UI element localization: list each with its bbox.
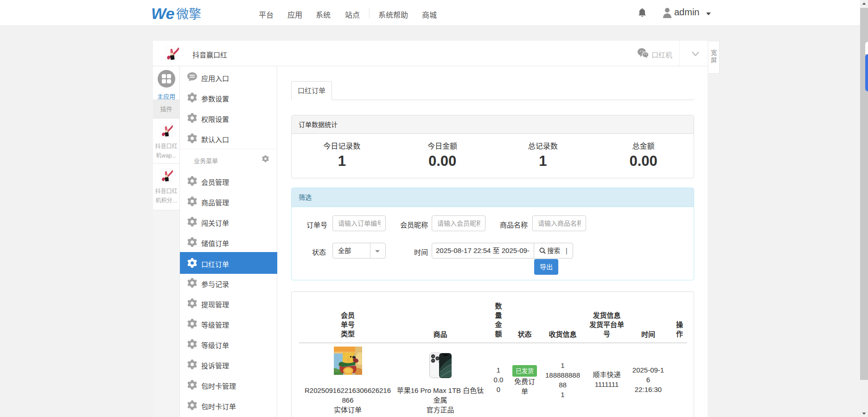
svg-text:We: We: [152, 5, 174, 22]
svg-text:微擎: 微擎: [176, 7, 201, 21]
